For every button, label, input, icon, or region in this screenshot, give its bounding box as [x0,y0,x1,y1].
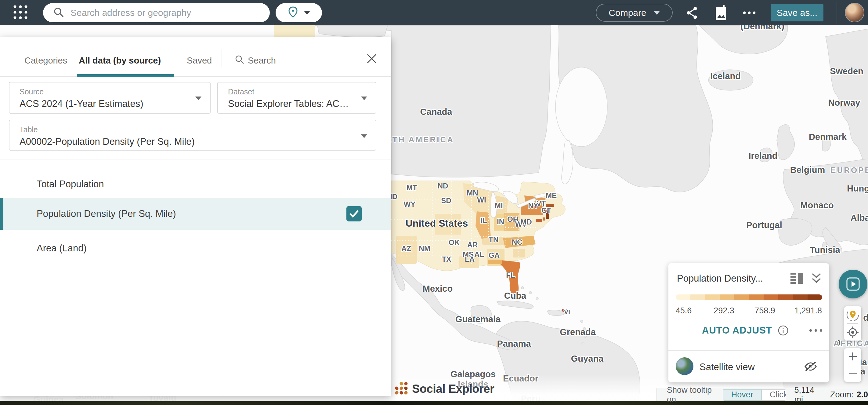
map-label-country: d [863,313,868,323]
data-selection-panel: Categories All data (by source) Saved Se… [0,37,391,396]
zoom-in-icon[interactable] [844,348,861,365]
chevron-down-icon [195,96,202,100]
zoom-label: Zoom: [830,390,854,399]
info-icon[interactable] [778,325,789,337]
save-as-label: Save as... [777,8,817,18]
variable-row-total-population[interactable]: Total Population [0,171,391,197]
map-label-state: LA [465,255,474,264]
search-icon [235,54,245,66]
tooltip-hover-option[interactable]: Hover [723,389,762,401]
variable-row-population-density[interactable]: Population Density (Per Sq. Mile) [0,198,391,230]
map-label-state: OK [448,238,460,247]
drop-pin-icon[interactable] [844,306,861,323]
dataset-label: Dataset [228,87,254,96]
location-pin-icon [287,6,299,20]
map-label-state: IN [497,218,504,226]
map-edge-strip [0,401,868,405]
map-label-country: Portugal [746,220,782,230]
source-value: ACS 2024 (1-Year Estimates) [20,98,186,109]
close-icon[interactable] [365,52,378,65]
table-dropdown[interactable]: Table A00002-Population Density (Per Sq.… [9,120,376,151]
map-label-state: MD [520,218,532,226]
compare-label: Compare [609,8,646,18]
locate-me-icon[interactable] [844,324,861,341]
map-label-state: TX [442,255,452,264]
chevron-down-icon [361,135,367,138]
brand-name: Social Explorer [412,382,494,396]
variable-label: Area (Land) [37,243,87,254]
map-label-state: NM [419,244,430,253]
map-label-state: NC [512,238,523,247]
map-label-country: Denmark [809,132,847,142]
map-label-state: SD [441,196,451,205]
search-input[interactable] [70,8,270,18]
save-as-button[interactable]: Save as... [771,4,824,21]
map-label-state: CT [541,206,551,215]
legend-value: 1,291.8 [795,306,822,316]
map-label-state: MN [467,189,478,197]
satellite-view-label: Satellite view [700,361,755,373]
dataset-dropdown[interactable]: Dataset Social Explorer Tables: ACS 20..… [217,82,376,114]
map-label-state: AR [467,241,478,249]
topbar-divider [837,2,837,24]
legend-divider [803,321,803,339]
checkbox-checked-icon[interactable] [346,206,362,222]
map-label-country: Alban [850,213,868,223]
address-search [43,3,270,22]
map-label-country: Panama [497,339,531,349]
map-scale-text: 5,114 mi [795,385,821,404]
legend-value: 45.6 [676,306,692,316]
map-label-state: NY [528,201,538,210]
table-value: A00002-Population Density (Per Sq. Mile) [20,136,351,147]
map-label-state: MI [495,201,503,210]
collapse-legend-icon[interactable] [811,272,822,286]
more-options-icon[interactable] [739,0,760,25]
zoom-value: 2.0 [857,390,868,399]
legend-value: 292.3 [714,306,734,316]
tab-all-data-by-source[interactable]: All data (by source) [79,56,161,66]
export-image-icon[interactable] [711,0,732,25]
tooltip-click-option[interactable]: Click [762,389,786,401]
map-label-country: Norway [828,98,860,108]
legend-gradient-bar[interactable] [676,294,822,300]
zoom-controls-card [844,348,861,382]
map-label-state: TN [489,235,498,244]
compare-button[interactable]: Compare [596,4,673,22]
geography-selector[interactable] [276,3,322,22]
panel-tabs: Categories All data (by source) Saved Se… [0,37,391,77]
map-label-state: WY [404,200,416,209]
user-avatar[interactable] [845,3,864,22]
social-explorer-attribution[interactable]: Social Explorer [394,381,494,397]
auto-adjust-button[interactable]: AUTO ADJUST [702,325,772,336]
map-label-country: Belgium [790,165,825,175]
map-label-state: AZ [401,244,411,253]
visibility-off-icon[interactable] [803,360,818,374]
presentation-play-button[interactable] [839,270,867,298]
tab-search[interactable]: Search [248,56,276,66]
map-label-country: Hunga [847,183,868,194]
map-label-state: FL [506,271,515,280]
panel-divider [0,159,391,160]
map-label-state: IL [480,216,487,225]
map-label-country: Guyana [571,354,603,364]
satellite-thumbnail[interactable] [676,357,693,375]
map-label-state: ME [546,191,557,200]
search-icon [53,6,64,19]
map-label-state: WI [477,196,486,204]
legend-style-icon[interactable] [790,272,804,286]
share-icon[interactable] [681,0,703,25]
variable-row-area-land[interactable]: Area (Land) [0,235,391,261]
social-explorer-logo-icon [394,381,408,397]
map-label-state: ND [438,182,448,190]
apps-grid-icon[interactable] [12,4,29,22]
tab-categories[interactable]: Categories [24,56,67,66]
zoom-out-icon[interactable] [844,365,861,382]
tab-saved[interactable]: Saved [187,56,212,66]
source-dropdown[interactable]: Source ACS 2024 (1-Year Estimates) [9,82,211,114]
map-label-country: Grenada [560,327,596,337]
map-label-country: Iceland [710,71,741,81]
map-label-country: Cuba [504,291,526,301]
legend-title: Population Density... [677,273,763,284]
legend-more-options-icon[interactable] [809,329,822,332]
map-label-country: Ireland [748,151,777,161]
